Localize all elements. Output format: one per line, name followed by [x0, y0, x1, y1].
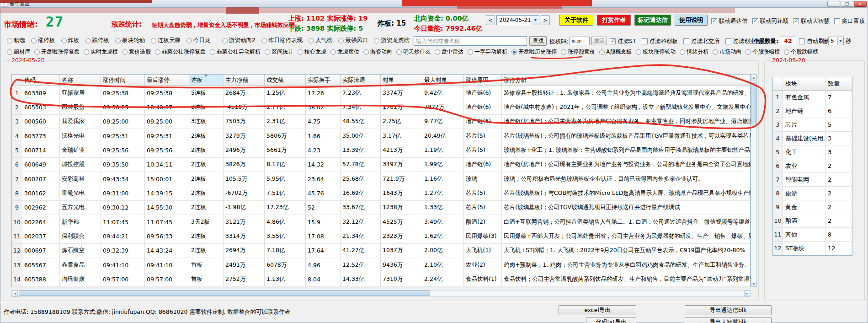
- table-row[interactable]: 8 300162 雷曼光电 09:31:00 14:39:15 2连板 -670…: [12, 186, 750, 200]
- close-icon[interactable]: ×: [854, 1, 867, 7]
- view-radio[interactable]: 韭菜公社异动解析: [210, 48, 261, 56]
- filter-radio[interactable]: 昨日涨停表现: [261, 37, 303, 44]
- link-checkbox[interactable]: 窗口置顶: [834, 17, 865, 25]
- filter-radio[interactable]: 板块轮动: [115, 37, 145, 44]
- view-radio[interactable]: 明天炒什么: [396, 48, 431, 56]
- view-radio[interactable]: 龙虎席位: [330, 48, 359, 56]
- col-name[interactable]: 名称: [60, 75, 101, 86]
- filter-checkbox[interactable]: 过滤ST: [610, 38, 636, 45]
- mark-tdx-button[interactable]: 标记通达信: [634, 15, 671, 26]
- table-row[interactable]: 1 603389 亚振家居 09:25:38 09:25:38 5连板 2684…: [12, 86, 750, 100]
- sector-row[interactable]: 5 化工 3: [773, 145, 852, 159]
- scroll-down-icon[interactable]: ▼: [751, 281, 756, 287]
- view-radio[interactable]: 情绪分析: [680, 48, 708, 56]
- vertical-scrollbar[interactable]: ▲ ▼: [751, 74, 757, 287]
- filter-radio[interactable]: 今日龙一: [186, 37, 216, 44]
- filter-radio[interactable]: 人气榜: [309, 37, 333, 44]
- view-radio[interactable]: 竞价选股: [122, 48, 151, 56]
- table-row[interactable]: 2 605303 园林股份 09:30:25 10:40:07 3连板 -451…: [12, 100, 750, 114]
- filter-checkbox[interactable]: 过滤科创板: [642, 38, 678, 45]
- view-radio[interactable]: 开盘啦历史涨停: [511, 48, 557, 56]
- table-row[interactable]: 6 600649 城投控股 09:35:50 10:34:11 2连板 3826…: [12, 158, 750, 172]
- col-max-seal[interactable]: 最大封单: [422, 75, 464, 86]
- col-seal-order[interactable]: 封单: [381, 75, 422, 86]
- col-turnover-amount[interactable]: 成交额: [265, 75, 306, 86]
- sector-row[interactable]: 10 酿酒 2: [773, 214, 852, 228]
- view-radio[interactable]: 一字异动解析: [468, 48, 507, 56]
- horizontal-scrollbar[interactable]: ◄ ►: [11, 290, 751, 297]
- about-button[interactable]: 关于软件: [559, 15, 593, 26]
- col-count[interactable]: 数量: [825, 77, 852, 90]
- view-radio[interactable]: 个股涨幅榜: [746, 48, 780, 56]
- date-prev-button[interactable]: <: [486, 15, 495, 25]
- table-row[interactable]: 10 002264 新华都 11:07:45 11:07:45 3天2板 312…: [12, 215, 750, 229]
- filter-radio[interactable]: 精选: [7, 37, 25, 44]
- date-next-button[interactable]: >: [541, 15, 550, 25]
- sector-row[interactable]: 9 黄金 2: [773, 200, 852, 214]
- auth-code-input[interactable]: [570, 37, 590, 45]
- export-dzh-blk-button[interactable]: 导出大智慧blk: [685, 317, 772, 323]
- horizontal-scroll-thumb[interactable]: [19, 291, 430, 296]
- col-limit-time[interactable]: 涨停时间: [101, 75, 145, 86]
- view-radio[interactable]: 板块涨停轮动: [636, 48, 676, 56]
- vertical-scroll-thumb[interactable]: [751, 82, 756, 125]
- refresh-interval-select[interactable]: 5 ▼: [828, 37, 844, 45]
- col-limit-reason[interactable]: 涨停原因: [464, 75, 502, 86]
- reward-button[interactable]: 打赏作者: [597, 15, 631, 26]
- table-row[interactable]: 3 000560 我爱我家 09:25:00 09:25:00 3连板 7503…: [12, 115, 750, 129]
- link-checkbox[interactable]: 联动大智慧: [793, 17, 830, 25]
- search-input[interactable]: [414, 36, 527, 46]
- col-main-net[interactable]: 主力净额: [224, 75, 265, 86]
- help-button[interactable]: 使用说明: [675, 15, 708, 26]
- maximize-icon[interactable]: □: [841, 1, 853, 7]
- col-consecutive-boards[interactable]: 连板▼: [189, 75, 224, 86]
- filter-radio[interactable]: 跌停板: [85, 37, 110, 44]
- search-button[interactable]: 查找: [529, 36, 547, 46]
- sector-row[interactable]: 11 其他 8: [773, 228, 852, 242]
- filter-radio[interactable]: 游资龙虎榜: [374, 37, 410, 44]
- view-radio[interactable]: 区间统计: [265, 48, 293, 56]
- view-radio[interactable]: 实时龙虎榜: [84, 48, 118, 56]
- scroll-up-icon[interactable]: ▲: [751, 75, 756, 81]
- col-last-limit[interactable]: 最后涨停: [145, 75, 189, 86]
- col-sector[interactable]: 板块: [783, 77, 825, 90]
- table-row[interactable]: 14 605388 均瑶健康 09:57:00 09:57:00 首板 2752…: [12, 272, 750, 286]
- export-excel-button[interactable]: excel导出: [559, 305, 636, 315]
- activate-button[interactable]: 激活: [591, 37, 607, 45]
- table-row[interactable]: 9 002962 五方光电 09:30:12 14:55:30 2连板 -1.9…: [12, 201, 750, 215]
- table-row[interactable]: 12 000697 炼石航空 09:32:39 14:43:24 2连板 269…: [12, 244, 750, 258]
- scroll-left-icon[interactable]: ◄: [12, 291, 18, 296]
- sector-row[interactable]: 7 智能电网 2: [773, 173, 852, 187]
- view-radio[interactable]: 盘中雷达: [435, 48, 463, 56]
- sector-row[interactable]: 4 基础建设(民用... 3: [773, 132, 852, 145]
- table-row[interactable]: 5 600714 金瑞矿业 09:25:56 09:25:56 2连板 2496…: [12, 143, 750, 157]
- filter-radio[interactable]: 连板天梯: [151, 37, 181, 44]
- view-radio[interactable]: 市场动向: [713, 48, 741, 56]
- view-radio[interactable]: 韭菜公社涨停复盘: [155, 48, 206, 56]
- col-code[interactable]: 代码: [22, 75, 60, 86]
- col-real-float[interactable]: 实际流通: [341, 75, 381, 86]
- sector-row[interactable]: 12 ST板块 12: [773, 242, 852, 255]
- chevron-down-icon[interactable]: ▼: [532, 16, 539, 25]
- filter-radio[interactable]: 最强风口: [338, 37, 368, 44]
- col-limit-analysis[interactable]: 涨停分析: [502, 75, 751, 86]
- auto-refresh-checkbox[interactable]: 自动刷新: [799, 38, 830, 45]
- sector-row[interactable]: 1 有色金属 7: [773, 91, 852, 104]
- sector-row[interactable]: 3 芯片 5: [773, 118, 852, 132]
- table-row[interactable]: 11 002037 保利联合 09:44:21 09:56:33 2连板 331…: [12, 229, 750, 243]
- scroll-right-icon[interactable]: ►: [744, 291, 750, 296]
- link-checkbox[interactable]: 联动通达信: [711, 17, 748, 25]
- filter-radio[interactable]: 涨停板: [31, 37, 55, 44]
- table-row[interactable]: 4 603773 沃格光电 09:25:31 09:25:31 2连板 3279…: [12, 129, 750, 143]
- date-select[interactable]: 2024-05-21 ▼: [496, 15, 539, 25]
- table-row[interactable]: 13 605567 春雪食品 09:41:10 09:41:10 首板 2491…: [12, 258, 750, 272]
- filter-radio[interactable]: 炸板: [61, 37, 80, 44]
- table-row[interactable]: 7 600207 安彩高科 09:43:34 15:00:01 2连板 105.…: [12, 172, 750, 186]
- view-radio[interactable]: 游资动向: [363, 48, 392, 56]
- col-real-turnover[interactable]: 实际换手: [306, 75, 341, 86]
- sector-row[interactable]: 8 旅游 2: [773, 187, 852, 200]
- view-radio[interactable]: 涨停股竞价: [561, 48, 595, 56]
- view-radio[interactable]: A股概念板: [599, 48, 632, 56]
- minimize-icon[interactable]: –: [827, 1, 840, 7]
- link-checkbox[interactable]: 联动同花顺: [752, 17, 789, 25]
